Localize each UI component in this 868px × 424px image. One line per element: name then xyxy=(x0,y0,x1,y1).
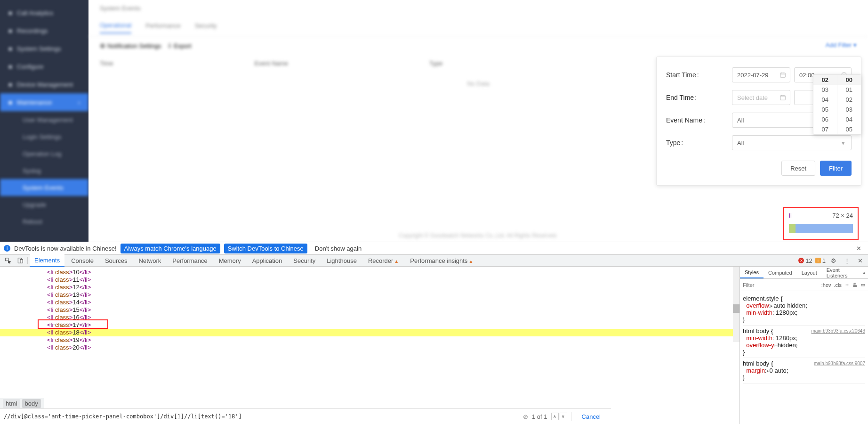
reset-button[interactable]: Reset xyxy=(781,161,815,176)
hours-column[interactable]: 02 03 04 05 06 07 xyxy=(813,75,837,134)
kebab-icon[interactable]: ⋮ xyxy=(842,257,852,264)
dom-scrollbar[interactable] xyxy=(733,267,739,342)
dom-line[interactable]: <li class>15</li> xyxy=(0,306,739,314)
sidebar-item[interactable]: ■Call Analytics xyxy=(0,4,88,22)
dom-line[interactable]: <li class>20</li> xyxy=(0,344,739,351)
clear-search-icon[interactable]: ⊘ xyxy=(523,413,528,420)
gear-icon[interactable]: ⚙ xyxy=(828,257,839,264)
sidebar-item[interactable]: ■System Settings xyxy=(0,40,88,57)
hour-option[interactable]: 04 xyxy=(813,95,837,105)
print-icon[interactable]: 🖶 xyxy=(852,282,858,288)
inspect-icon[interactable] xyxy=(3,257,13,264)
tab-perf-insights[interactable]: Performance insights▲ xyxy=(405,255,478,267)
sidebar-item-maintenance[interactable]: ■Maintenance› xyxy=(0,93,88,111)
error-count[interactable]: ✕12 xyxy=(798,257,812,264)
hour-option[interactable]: 03 xyxy=(813,85,837,95)
styles-pane: Styles Computed Layout Event Listeners »… xyxy=(739,267,868,424)
find-cancel-button[interactable]: Cancel xyxy=(575,413,607,420)
find-input[interactable] xyxy=(4,413,519,420)
sidebar-sub[interactable]: Login Settings xyxy=(0,128,88,145)
breadcrumb-item[interactable]: html xyxy=(3,399,20,408)
toolbar-btn[interactable]: ⚙ Notification Settings xyxy=(100,42,161,49)
dom-line[interactable]: <li class>12</li> xyxy=(0,284,739,291)
tooltip-dim: 72 × 24 xyxy=(832,212,853,219)
tab-network[interactable]: Network xyxy=(134,255,166,267)
dom-line[interactable]: <li class>11</li> xyxy=(0,276,739,284)
minute-option[interactable]: 01 xyxy=(837,85,861,95)
dom-tree[interactable]: <li class>10</li><li class>11</li><li cl… xyxy=(0,267,739,424)
tab[interactable]: Operational xyxy=(100,22,131,33)
time-picker-dropdown: 02 03 04 05 06 07 00 01 02 03 04 05 xyxy=(813,74,861,135)
close-icon[interactable]: ✕ xyxy=(853,245,864,252)
computed-toggle-icon[interactable]: ▭ xyxy=(860,282,865,288)
minute-option[interactable]: 00 xyxy=(837,75,861,85)
sidebar-sub[interactable]: Operation Log xyxy=(0,145,88,162)
styles-tab[interactable]: Styles xyxy=(740,267,764,278)
tab[interactable]: Security xyxy=(195,22,217,33)
end-time-label: End Time xyxy=(666,94,732,101)
tab-elements[interactable]: Elements xyxy=(30,254,64,267)
tab-application[interactable]: Application xyxy=(248,255,287,267)
tab-performance[interactable]: Performance xyxy=(168,255,212,267)
sidebar-sub[interactable]: Syslog xyxy=(0,162,88,179)
dom-line[interactable]: <li class>13</li> xyxy=(0,291,739,299)
toolbar-btn[interactable]: ⇩ Export xyxy=(167,42,192,49)
dom-breadcrumb[interactable]: html body xyxy=(0,398,44,408)
hov-toggle[interactable]: :hov xyxy=(821,282,831,288)
new-style-icon[interactable]: ＋ xyxy=(844,281,850,288)
sidebar-sub-system-events[interactable]: System Events xyxy=(0,179,88,196)
dom-line[interactable]: <li class>17</li> xyxy=(0,321,739,329)
find-prev-button[interactable]: ∧ xyxy=(551,413,559,420)
type-select[interactable]: All ▾ xyxy=(732,135,852,150)
dom-line[interactable]: <li class>18</li> xyxy=(0,329,739,336)
dom-line[interactable]: <li class>16</li> xyxy=(0,314,739,321)
end-date-input[interactable]: Select date xyxy=(732,90,790,105)
minutes-column[interactable]: 00 01 02 03 04 05 xyxy=(837,75,861,134)
more-tabs-icon[interactable]: » xyxy=(860,270,868,276)
always-match-button[interactable]: Always match Chrome's language xyxy=(121,244,220,253)
minute-option[interactable]: 03 xyxy=(837,105,861,114)
minute-option[interactable]: 04 xyxy=(837,114,861,124)
hour-option[interactable]: 02 xyxy=(813,75,837,85)
start-date-input[interactable]: 2022-07-29 xyxy=(732,67,790,82)
css-rules[interactable]: element.style { overflow:auto hidden; mi… xyxy=(740,291,868,424)
sidebar-sub[interactable]: Reboot xyxy=(0,213,88,230)
tab-console[interactable]: Console xyxy=(66,255,98,267)
tab[interactable]: Performance xyxy=(145,22,180,33)
styles-filter-input[interactable] xyxy=(743,282,819,288)
breadcrumb: System Events xyxy=(88,0,868,19)
layout-tab[interactable]: Layout xyxy=(797,268,822,278)
sidebar-item[interactable]: ■Recordings xyxy=(0,22,88,40)
add-filter-link[interactable]: Add Filter ▾ xyxy=(826,41,857,49)
tooltip-colorbars xyxy=(789,224,853,233)
sidebar-sub[interactable]: Upgrade xyxy=(0,196,88,213)
sidebar-sub[interactable]: User Management xyxy=(0,111,88,128)
find-next-button[interactable]: ∨ xyxy=(560,413,567,420)
hour-option[interactable]: 05 xyxy=(813,105,837,114)
filter-button[interactable]: Filter xyxy=(820,161,852,176)
styles-tabs: Styles Computed Layout Event Listeners » xyxy=(740,267,868,279)
warning-count[interactable]: !1 xyxy=(815,257,826,264)
hour-option[interactable]: 07 xyxy=(813,124,837,134)
minute-option[interactable]: 05 xyxy=(837,124,861,134)
tab-lighthouse[interactable]: Lighthouse xyxy=(322,255,362,267)
close-devtools-icon[interactable]: ✕ xyxy=(855,257,865,264)
minute-option[interactable]: 02 xyxy=(837,95,861,105)
tab-memory[interactable]: Memory xyxy=(214,255,246,267)
hour-option[interactable]: 06 xyxy=(813,114,837,124)
sidebar-item[interactable]: ■Configure xyxy=(0,57,88,75)
dom-line[interactable]: <li class>19</li> xyxy=(0,336,739,344)
dom-line[interactable]: <li class>10</li> xyxy=(0,269,739,276)
switch-language-button[interactable]: Switch DevTools to Chinese xyxy=(224,244,307,253)
sidebar-item[interactable]: ■Device Management xyxy=(0,75,88,93)
tab-recorder[interactable]: Recorder▲ xyxy=(363,255,403,267)
tab-security[interactable]: Security xyxy=(289,255,320,267)
event-listeners-tab[interactable]: Event Listeners xyxy=(822,265,860,281)
tab-sources[interactable]: Sources xyxy=(100,255,132,267)
dont-show-again-button[interactable]: Don't show again xyxy=(311,244,365,253)
dom-line[interactable]: <li class>14</li> xyxy=(0,299,739,306)
cls-toggle[interactable]: .cls xyxy=(834,282,842,288)
device-toggle-icon[interactable] xyxy=(15,257,25,264)
computed-tab[interactable]: Computed xyxy=(764,268,797,278)
breadcrumb-item[interactable]: body xyxy=(22,399,41,408)
